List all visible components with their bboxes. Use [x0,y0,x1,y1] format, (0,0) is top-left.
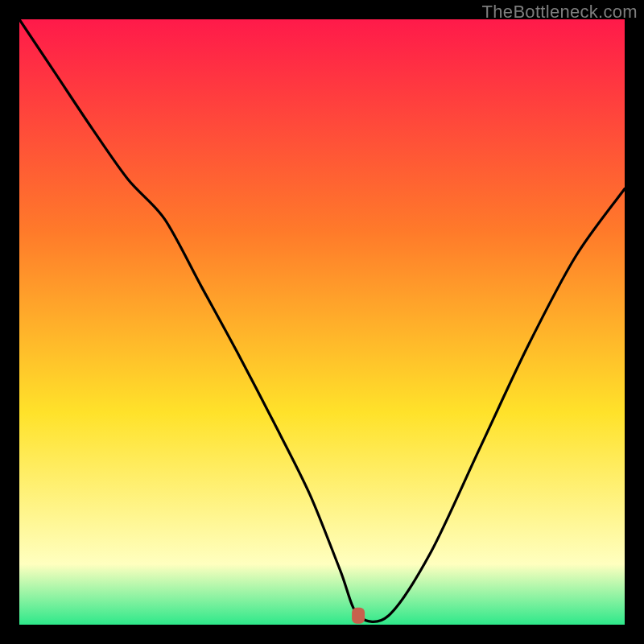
gradient-background [19,19,625,625]
optimal-marker [352,608,365,624]
chart-frame: TheBottleneck.com [0,0,644,644]
watermark-text: TheBottleneck.com [482,2,638,23]
plot-area [19,19,625,625]
chart-svg [19,19,625,625]
